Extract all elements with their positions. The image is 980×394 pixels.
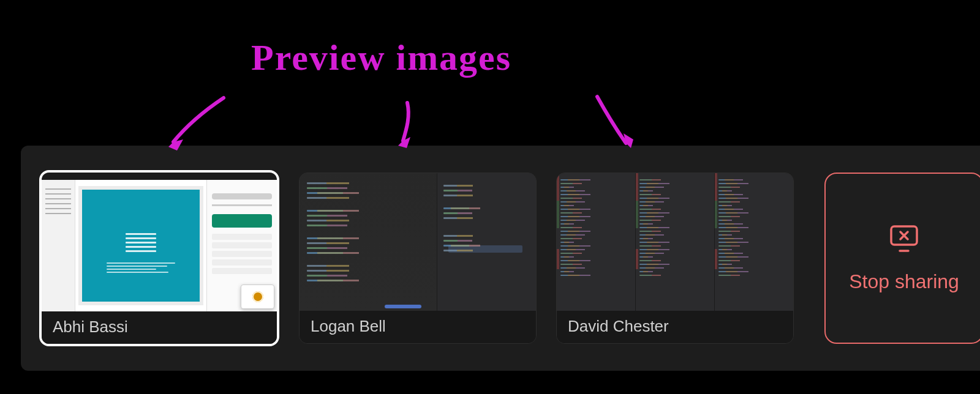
share-preview-thumbnail: [300, 173, 536, 311]
share-preview-name: Abhi Bassi: [42, 311, 277, 344]
annotation-arrow-icon: [386, 98, 423, 153]
annotation-arrow-icon: [156, 92, 230, 159]
share-preview-thumbnail: [557, 173, 793, 311]
share-preview-tile[interactable]: David Chester: [556, 173, 794, 344]
share-preview-name: Logan Bell: [300, 311, 536, 343]
share-preview-tile[interactable]: Logan Bell: [299, 173, 537, 344]
stop-sharing-button[interactable]: Stop sharing: [824, 173, 980, 344]
share-preview-name: David Chester: [557, 311, 793, 343]
stop-sharing-label: Stop sharing: [849, 270, 959, 293]
stop-share-icon: [888, 224, 921, 253]
share-preview-tile[interactable]: Abhi Bassi: [39, 170, 279, 346]
share-preview-thumbnail: [42, 173, 277, 311]
annotation-label: Preview images: [251, 37, 511, 79]
screen-share-tray: Abhi Bassi: [21, 146, 980, 371]
annotation-arrow-icon: [588, 92, 643, 159]
